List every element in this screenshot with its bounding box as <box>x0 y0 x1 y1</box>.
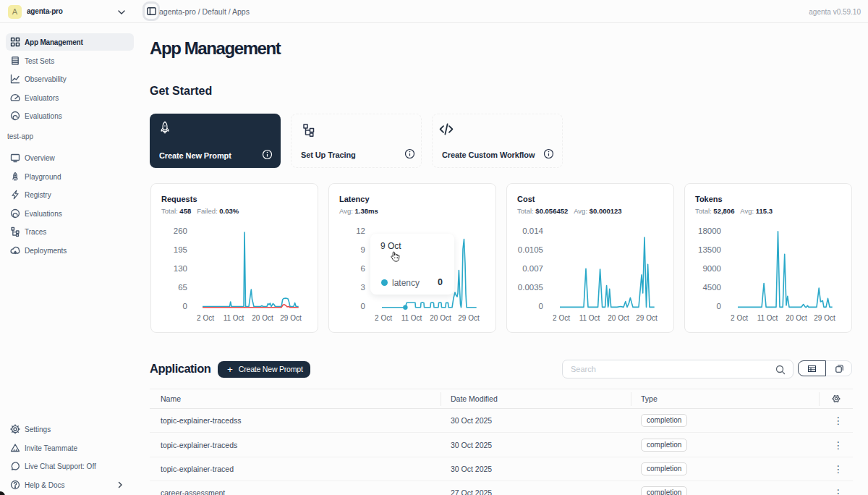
svg-text:29 Oct: 29 Oct <box>636 314 658 322</box>
svg-text:9000: 9000 <box>702 264 721 273</box>
svg-text:12: 12 <box>356 227 365 235</box>
svg-text:4500: 4500 <box>702 283 721 292</box>
svg-text:9: 9 <box>361 245 365 254</box>
svg-text:13500: 13500 <box>698 245 721 254</box>
svg-text:6: 6 <box>361 264 365 273</box>
svg-text:0.014: 0.014 <box>522 227 543 235</box>
svg-text:65: 65 <box>178 283 187 292</box>
svg-text:29 Oct: 29 Oct <box>280 314 302 322</box>
svg-text:0.0035: 0.0035 <box>518 283 543 292</box>
svg-text:260: 260 <box>174 227 187 235</box>
svg-text:20 Oct: 20 Oct <box>786 314 807 322</box>
svg-text:130: 130 <box>174 264 187 273</box>
svg-text:3: 3 <box>361 283 365 292</box>
svg-text:29 Oct: 29 Oct <box>814 314 835 322</box>
svg-text:11 Oct: 11 Oct <box>224 314 244 322</box>
svg-text:0: 0 <box>717 302 721 310</box>
svg-text:2 Oct: 2 Oct <box>553 314 570 322</box>
svg-text:0: 0 <box>539 302 543 310</box>
svg-text:195: 195 <box>174 245 187 254</box>
svg-text:0: 0 <box>361 302 365 310</box>
svg-text:2 Oct: 2 Oct <box>375 314 392 322</box>
svg-text:0.0105: 0.0105 <box>518 245 543 254</box>
svg-text:29 Oct: 29 Oct <box>458 314 480 322</box>
svg-text:20 Oct: 20 Oct <box>608 314 629 322</box>
svg-text:11 Oct: 11 Oct <box>757 314 778 322</box>
svg-text:0: 0 <box>183 302 187 310</box>
svg-text:0.007: 0.007 <box>522 264 543 273</box>
svg-text:11 Oct: 11 Oct <box>401 314 422 322</box>
svg-text:20 Oct: 20 Oct <box>252 314 273 322</box>
svg-text:2 Oct: 2 Oct <box>197 314 214 322</box>
svg-text:11 Oct: 11 Oct <box>579 314 600 322</box>
svg-text:18000: 18000 <box>698 227 721 235</box>
svg-text:2 Oct: 2 Oct <box>731 314 748 322</box>
svg-text:20 Oct: 20 Oct <box>430 314 451 322</box>
